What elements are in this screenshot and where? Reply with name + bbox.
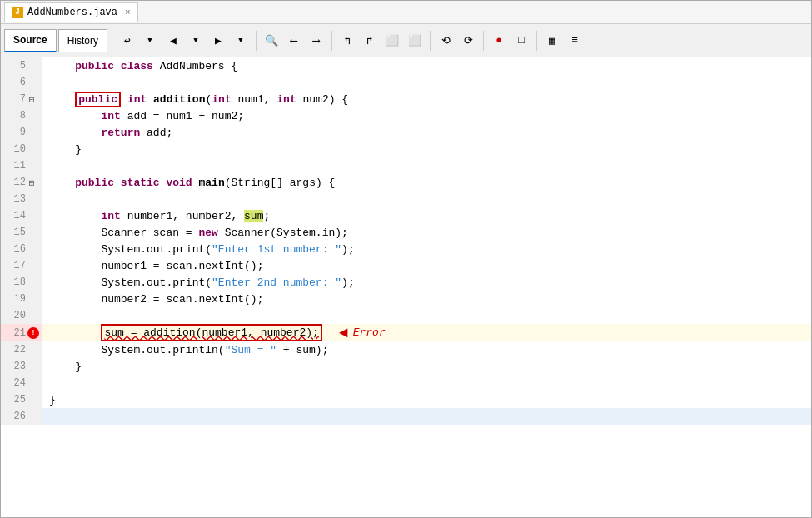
sync-btn2[interactable]: ⟳ xyxy=(457,30,479,52)
toolbar-separator-1 xyxy=(112,31,112,51)
code-5[interactable]: public class AddNumbers { xyxy=(42,57,811,74)
code-text: number1 = scan.nextInt(); xyxy=(49,260,263,272)
line-num-26: 26 xyxy=(2,411,26,422)
search-next[interactable]: ⟶ xyxy=(306,30,327,52)
table-row: 17 number1 = scan.nextInt(); xyxy=(1,257,811,274)
next-dropdown[interactable]: ▼ xyxy=(185,30,207,52)
code-text xyxy=(192,177,199,189)
code-text: int xyxy=(127,93,147,106)
code-25[interactable]: } xyxy=(42,391,811,408)
code-22[interactable]: System.out.println("Sum = " + sum); xyxy=(42,341,811,358)
code-20[interactable] xyxy=(42,307,811,324)
code-text: System.out.println( xyxy=(49,344,225,356)
code-text: System.out.print( xyxy=(49,276,212,289)
misc-btn1[interactable]: ▦ xyxy=(541,30,563,52)
table-row: 5 public class AddNumbers { xyxy=(1,57,811,74)
code-6[interactable] xyxy=(42,74,811,91)
table-row: 26 xyxy=(1,408,811,425)
code-23[interactable]: } xyxy=(42,358,811,375)
breakpoint-btn[interactable]: ● xyxy=(488,30,510,52)
code-text: int xyxy=(101,110,120,122)
code-26[interactable] xyxy=(42,408,811,425)
code-8[interactable]: int add = num1 + num2; xyxy=(42,107,811,124)
refactor-btn3[interactable]: ⬜ xyxy=(381,30,403,52)
line-num-18: 18 xyxy=(2,276,26,288)
code-text: ; xyxy=(263,210,270,222)
toolbar-group-undo: ↩ ▼ xyxy=(117,30,161,52)
table-row: 16 System.out.print("Enter 1st number: "… xyxy=(1,241,811,257)
code-text: System.out.print( xyxy=(49,243,212,256)
gutter-18: 18 xyxy=(1,274,42,291)
history-tab[interactable]: History xyxy=(58,29,107,52)
code-text: (String[] args) { xyxy=(225,177,336,189)
stop-btn[interactable]: □ xyxy=(511,30,532,52)
file-tab[interactable]: J AddNumbers.java × xyxy=(4,2,138,22)
table-row: 13 xyxy=(1,191,811,207)
code-text xyxy=(49,177,75,189)
next-button[interactable]: ▶ xyxy=(207,30,229,52)
code-text xyxy=(49,93,75,106)
code-16[interactable]: System.out.print("Enter 1st number: "); xyxy=(42,241,811,257)
gutter-14: 14 xyxy=(1,207,42,224)
code-text: Scanner scan = xyxy=(49,227,198,239)
refactor-btn2[interactable]: ↱ xyxy=(359,30,381,52)
code-19[interactable]: number2 = scan.nextInt(); xyxy=(42,291,811,307)
next2-dropdown[interactable]: ▼ xyxy=(230,30,252,52)
code-13[interactable] xyxy=(42,191,811,207)
code-text xyxy=(121,93,127,106)
code-text: public xyxy=(75,177,114,189)
code-11[interactable] xyxy=(42,157,811,174)
code-14[interactable]: int number1, number2, sum; xyxy=(42,207,811,224)
code-text: int xyxy=(101,210,120,222)
line-num-16: 16 xyxy=(2,243,26,255)
table-row: 10 } xyxy=(1,141,811,157)
gutter-25: 25 xyxy=(1,391,42,408)
toolbar: Source History ↩ ▼ ◀ ▼ ▶ ▼ 🔍 ⟵ ⟶ ↰ ↱ ⬜ ⬜… xyxy=(1,24,811,57)
code-7[interactable]: public int addition(int num1, int num2) … xyxy=(42,91,811,107)
line-num-21: 21 xyxy=(2,327,26,339)
tab-close-button[interactable]: × xyxy=(125,7,131,17)
code-text: number2 = scan.nextInt(); xyxy=(49,293,263,306)
prev-button[interactable]: ◀ xyxy=(162,30,184,52)
code-text: add; xyxy=(140,127,172,139)
code-text xyxy=(114,177,121,189)
code-text xyxy=(49,326,101,339)
code-12[interactable]: public static void main(String[] args) { xyxy=(42,174,811,191)
editor-scroll[interactable]: 5 public class AddNumbers { 6 7 ⊟ xyxy=(1,57,811,517)
line-num-11: 11 xyxy=(2,160,26,172)
gutter-13: 13 xyxy=(1,191,42,207)
search-button[interactable]: ⟵ xyxy=(283,30,305,52)
code-text: class xyxy=(121,60,153,72)
code-17[interactable]: number1 = scan.nextInt(); xyxy=(42,257,811,274)
code-text: Scanner(System.in); xyxy=(218,227,348,239)
code-21[interactable]: sum = addition(number1, number2); ◄ Erro… xyxy=(42,324,811,341)
code-text: num1, xyxy=(232,93,277,106)
error-label: Error xyxy=(353,326,386,339)
code-9[interactable]: return add; xyxy=(42,124,811,141)
code-15[interactable]: Scanner scan = new Scanner(System.in); xyxy=(42,224,811,241)
sum-highlight: sum xyxy=(244,210,263,222)
undo-button[interactable]: ↩ xyxy=(117,30,138,52)
line-num-17: 17 xyxy=(2,260,26,271)
code-24[interactable] xyxy=(42,375,811,391)
open-type-button[interactable]: 🔍 xyxy=(261,30,282,52)
code-text: ); xyxy=(341,276,355,289)
table-row: 7 ⊟ public int addition(int num1, int nu… xyxy=(1,91,811,107)
misc-btn2[interactable]: ≡ xyxy=(564,30,585,52)
refactor-btn1[interactable]: ↰ xyxy=(336,30,358,52)
fold-icon-7[interactable]: ⊟ xyxy=(26,93,37,105)
sync-btn[interactable]: ⟲ xyxy=(435,30,456,52)
highlighted-public: public xyxy=(75,92,121,107)
source-tab[interactable]: Source xyxy=(4,29,57,52)
code-text: ( xyxy=(205,93,212,106)
undo-dropdown[interactable]: ▼ xyxy=(139,30,161,52)
table-row: 25 } xyxy=(1,391,811,408)
code-10[interactable]: } xyxy=(42,141,811,157)
table-row: 18 System.out.print("Enter 2nd number: "… xyxy=(1,274,811,291)
fold-icon-12[interactable]: ⊟ xyxy=(26,177,37,188)
code-18[interactable]: System.out.print("Enter 2nd number: "); xyxy=(42,274,811,291)
code-text: } xyxy=(49,394,56,406)
code-text xyxy=(160,177,167,189)
refactor-btn4[interactable]: ⬜ xyxy=(404,30,426,52)
line-num-22: 22 xyxy=(2,344,26,356)
